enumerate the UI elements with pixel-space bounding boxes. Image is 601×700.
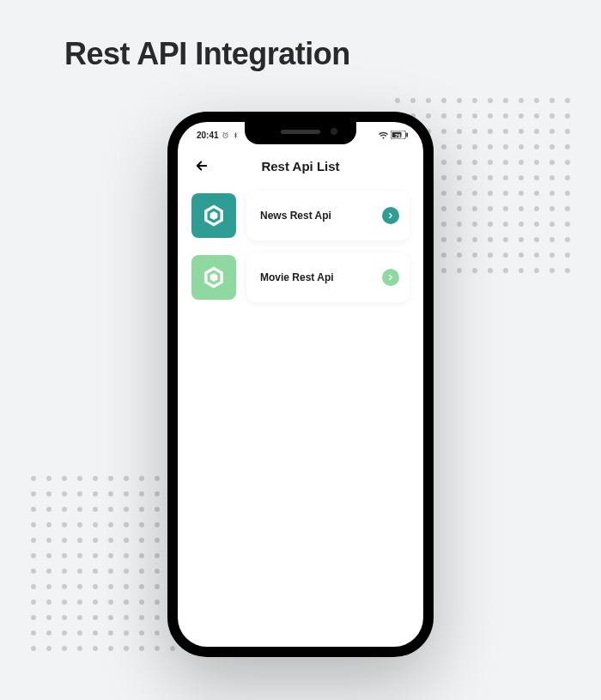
- chevron-right-icon: [386, 273, 395, 282]
- phone-notch: [245, 122, 356, 144]
- list-item[interactable]: Movie Rest Api: [191, 253, 410, 302]
- arrow-left-icon: [194, 158, 209, 173]
- list-item-icon: [191, 255, 236, 300]
- list-item-label: News Rest Api: [260, 210, 331, 222]
- svg-text:76: 76: [395, 133, 401, 138]
- status-mute-icon: [232, 131, 240, 139]
- list-item-card: News Rest Api: [246, 191, 410, 240]
- status-time: 20:41: [197, 131, 219, 140]
- hex-logo-icon: [201, 265, 227, 290]
- list-item-arrow: [382, 207, 399, 224]
- list-item-card: Movie Rest Api: [246, 253, 410, 302]
- hex-logo-icon: [201, 203, 227, 228]
- nav-title: Rest Api List: [178, 159, 423, 173]
- list-item-icon: [191, 193, 236, 238]
- list-item-label: Movie Rest Api: [260, 271, 334, 283]
- battery-icon: 76: [391, 131, 408, 139]
- back-button[interactable]: [191, 155, 212, 176]
- wifi-icon: [379, 131, 388, 139]
- list-item[interactable]: News Rest Api: [191, 191, 410, 240]
- status-alarm-icon: [222, 131, 229, 139]
- phone-frame: 20:41 76 Rest Api List News Rest Api: [167, 112, 434, 657]
- chevron-right-icon: [386, 211, 395, 220]
- list-item-arrow: [382, 269, 399, 286]
- phone-screen: 20:41 76 Rest Api List News Rest Api: [178, 122, 423, 647]
- api-list: News Rest Api Movie Rest Api: [178, 184, 423, 309]
- svg-rect-3: [406, 133, 408, 137]
- nav-bar: Rest Api List: [178, 148, 423, 184]
- page-title: Rest API Integration: [64, 36, 350, 72]
